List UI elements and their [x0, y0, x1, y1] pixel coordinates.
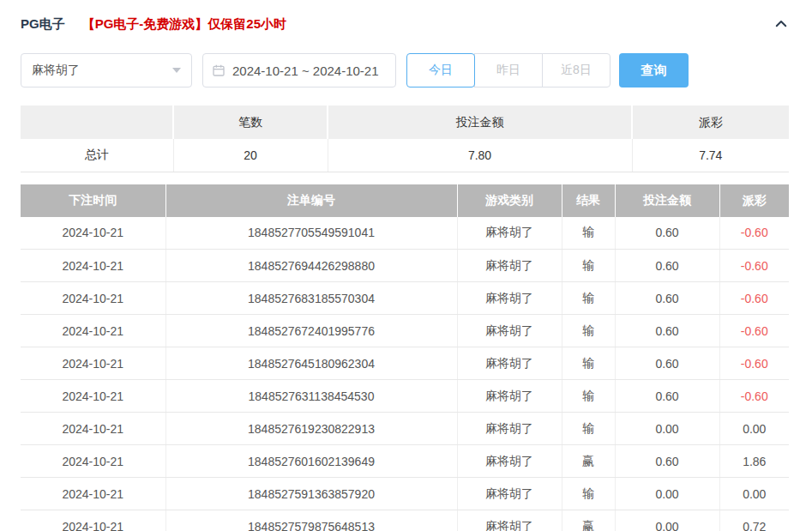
cell-bet-amount: 0.00	[615, 510, 719, 531]
filter-bar: 麻将胡了 2024-10-21 ~ 2024-10-21 今日 昨日 近8日 查…	[21, 53, 789, 87]
cell-result: 输	[562, 250, 615, 282]
cell-payout: -0.60	[719, 250, 789, 282]
cell-payout: -0.60	[719, 380, 789, 413]
cell-result: 输	[562, 478, 615, 510]
game-select-value: 麻将胡了	[32, 63, 80, 78]
cell-bet-amount: 0.60	[615, 445, 719, 478]
yesterday-button[interactable]: 昨日	[474, 53, 543, 87]
cell-game-type: 麻将胡了	[457, 217, 562, 250]
table-row: 2024-10-21 1848527705549591041 麻将胡了 输 0.…	[21, 217, 789, 250]
panel-header: PG电子 【PG电子-免费游戏】仅保留25小时	[21, 0, 789, 48]
header-result: 结果	[562, 184, 615, 217]
chevron-down-icon	[172, 68, 181, 73]
cell-bet-id: 1848527683185570304	[165, 282, 457, 315]
cell-bet-time: 2024-10-21	[21, 478, 165, 510]
header-bet-amount: 投注金额	[615, 184, 719, 217]
cell-bet-amount: 0.60	[615, 217, 719, 250]
cell-result: 输	[562, 413, 615, 445]
cell-bet-time: 2024-10-21	[21, 510, 165, 531]
cell-bet-id: 1848527601602139649	[165, 445, 457, 478]
game-select[interactable]: 麻将胡了	[21, 53, 192, 87]
summary-total-bet-amount: 7.80	[328, 139, 632, 172]
table-row: 2024-10-21 1848527619230822913 麻将胡了 输 0.…	[21, 413, 789, 445]
bet-records-table: 下注时间 注单编号 游戏类别 结果 投注金额 派彩 2024-10-21 184…	[21, 184, 789, 531]
records-panel: PG电子 【PG电子-免费游戏】仅保留25小时 麻将胡了 2024-10-21 …	[0, 0, 812, 531]
table-row: 2024-10-21 1848527579875648513 麻将胡了 赢 0.…	[21, 510, 789, 531]
header-payout: 派彩	[719, 184, 789, 217]
cell-bet-time: 2024-10-21	[21, 380, 165, 413]
cell-result: 输	[562, 380, 615, 413]
cell-result: 赢	[562, 445, 615, 478]
cell-bet-id: 1848527591363857920	[165, 478, 457, 510]
cell-payout: -0.60	[719, 315, 789, 347]
cell-bet-time: 2024-10-21	[21, 445, 165, 478]
table-row: 2024-10-21 1848527631138454530 麻将胡了 输 0.…	[21, 380, 789, 413]
cell-bet-amount: 0.60	[615, 250, 719, 282]
summary-total-label: 总计	[21, 139, 173, 172]
cell-payout: 1.86	[719, 445, 789, 478]
chevron-up-icon	[773, 16, 789, 32]
summary-total-payout: 7.74	[632, 139, 789, 172]
cell-result: 输	[562, 282, 615, 315]
cell-bet-amount: 0.00	[615, 478, 719, 510]
header-bet-time: 下注时间	[21, 184, 165, 217]
today-button[interactable]: 今日	[406, 53, 475, 87]
cell-bet-time: 2024-10-21	[21, 413, 165, 445]
cell-game-type: 麻将胡了	[457, 413, 562, 445]
table-row: 2024-10-21 1848527694426298880 麻将胡了 输 0.…	[21, 250, 789, 282]
cell-bet-time: 2024-10-21	[21, 250, 165, 282]
panel-title: PG电子	[21, 16, 65, 33]
cell-payout: -0.60	[719, 282, 789, 315]
cell-bet-amount: 0.00	[615, 413, 719, 445]
cell-bet-id: 1848527672401995776	[165, 315, 457, 347]
cell-bet-amount: 0.60	[615, 347, 719, 380]
summary-header-row: 笔数 投注金额 派彩	[21, 106, 789, 139]
cell-game-type: 麻将胡了	[457, 380, 562, 413]
cell-payout: 0.72	[719, 510, 789, 531]
cell-bet-time: 2024-10-21	[21, 282, 165, 315]
cell-bet-amount: 0.60	[615, 282, 719, 315]
cell-bet-amount: 0.60	[615, 380, 719, 413]
table-row: 2024-10-21 1848527601602139649 麻将胡了 赢 0.…	[21, 445, 789, 478]
cell-result: 输	[562, 315, 615, 347]
cell-bet-id: 1848527705549591041	[165, 217, 457, 250]
summary-header-payout: 派彩	[632, 106, 789, 139]
table-row: 2024-10-21 1848527591363857920 麻将胡了 输 0.…	[21, 478, 789, 510]
cell-bet-time: 2024-10-21	[21, 217, 165, 250]
cell-game-type: 麻将胡了	[457, 478, 562, 510]
summary-header-bet-amount: 投注金额	[328, 106, 632, 139]
bet-table-header-row: 下注时间 注单编号 游戏类别 结果 投注金额 派彩	[21, 184, 789, 217]
summary-table: 笔数 投注金额 派彩 总计 20 7.80 7.74	[21, 106, 789, 172]
calendar-icon	[212, 63, 226, 77]
cell-bet-id: 1848527694426298880	[165, 250, 457, 282]
cell-result: 赢	[562, 510, 615, 531]
free-game-notice: 【PG电子-免费游戏】仅保留25小时	[82, 16, 286, 33]
summary-header-count: 笔数	[173, 106, 328, 139]
cell-result: 输	[562, 217, 615, 250]
cell-game-type: 麻将胡了	[457, 250, 562, 282]
cell-bet-amount: 0.60	[615, 315, 719, 347]
cell-result: 输	[562, 347, 615, 380]
date-range-input[interactable]: 2024-10-21 ~ 2024-10-21	[202, 53, 396, 87]
cell-game-type: 麻将胡了	[457, 510, 562, 531]
search-button[interactable]: 查询	[619, 53, 689, 87]
summary-header-blank	[21, 106, 173, 139]
header-game-type: 游戏类别	[457, 184, 562, 217]
cell-payout: -0.60	[719, 347, 789, 380]
cell-bet-time: 2024-10-21	[21, 315, 165, 347]
cell-payout: 0.00	[719, 478, 789, 510]
cell-payout: -0.60	[719, 217, 789, 250]
cell-game-type: 麻将胡了	[457, 347, 562, 380]
last-8-days-button[interactable]: 近8日	[542, 53, 611, 87]
cell-bet-time: 2024-10-21	[21, 347, 165, 380]
table-row: 2024-10-21 1848527672401995776 麻将胡了 输 0.…	[21, 315, 789, 347]
collapse-button[interactable]	[773, 16, 789, 32]
cell-game-type: 麻将胡了	[457, 282, 562, 315]
bet-table-body: 2024-10-21 1848527705549591041 麻将胡了 输 0.…	[21, 217, 789, 531]
summary-total-row: 总计 20 7.80 7.74	[21, 139, 789, 172]
quick-date-button-group: 今日 昨日 近8日	[406, 53, 611, 87]
date-range-value: 2024-10-21 ~ 2024-10-21	[232, 63, 379, 78]
table-row: 2024-10-21 1848527683185570304 麻将胡了 输 0.…	[21, 282, 789, 315]
cell-payout: 0.00	[719, 413, 789, 445]
cell-bet-id: 1848527645180962304	[165, 347, 457, 380]
